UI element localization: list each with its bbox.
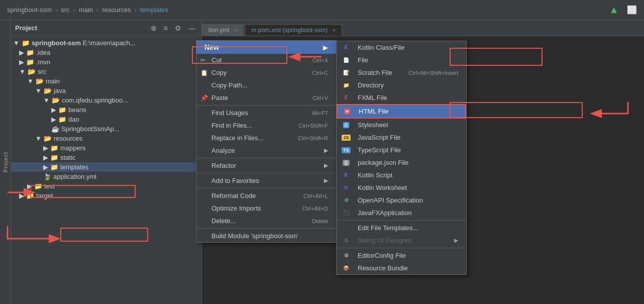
tree-appyml[interactable]: 🍃 application.yml	[11, 172, 201, 181]
submenu-resource[interactable]: 📦 Resource Bundle	[337, 262, 466, 274]
resources-chevron: ▼	[35, 135, 42, 142]
submenu-css-label: Stylesheet	[358, 121, 388, 129]
submenu-edit-templates[interactable]: Edit File Templates...	[337, 222, 466, 234]
scratch-shortcut: Ctrl+Alt+Shift+Insert	[408, 70, 458, 76]
root-folder-icon: 📁	[22, 39, 30, 47]
tab-appyml-close[interactable]: ×	[234, 27, 237, 33]
yml-icon: 🍃	[43, 173, 51, 180]
tree-java[interactable]: ▼ 📂 java	[11, 86, 201, 95]
tree-root[interactable]: ▼ 📁 springboot-ssm E:\maven\apach...	[11, 38, 201, 48]
breadcrumb-resources: resources	[102, 6, 131, 14]
mappers-label: mappers	[60, 144, 86, 152]
submenu-directory-label: Directory	[358, 81, 384, 89]
submenu-fxml[interactable]: F FXML File	[337, 91, 466, 104]
tree-static[interactable]: ▶ 📁 static	[11, 153, 201, 162]
java-folder-icon: 📂	[44, 87, 52, 94]
submenu-kotlin-class[interactable]: K Kotlin Class/File	[337, 41, 466, 54]
submenu-ts[interactable]: TS TypeScript File	[337, 144, 466, 156]
swing-shortcut: ▶	[454, 237, 458, 244]
minus-icon[interactable]: —	[186, 23, 197, 33]
menu-item-find-files[interactable]: Find in Files... Ctrl+Shift+F	[196, 119, 336, 132]
submenu-json[interactable]: {} package.json File	[337, 156, 466, 169]
find-usages-shortcut: Alt+F7	[312, 110, 328, 116]
submenu-javafx-label: JavaFXApplication	[358, 209, 412, 217]
kotlin-class-icon: K	[342, 44, 351, 51]
tree-idea[interactable]: ▶ 📁 .idea	[11, 48, 201, 57]
templates-folder-icon: 📁	[50, 163, 58, 171]
submenu-kotlin-worksheet[interactable]: K Kotlin Worksheet	[337, 181, 466, 194]
find-files-label: Find in Files...	[211, 122, 252, 129]
cut-label: Cut	[211, 56, 222, 64]
tree-mappers[interactable]: ▶ 📁 mappers	[11, 143, 201, 153]
tab-pom-close[interactable]: ×	[333, 27, 336, 33]
fxml-icon: F	[342, 94, 351, 102]
side-panel: Project	[0, 20, 11, 304]
menu-item-favorites[interactable]: Add to Favorites ▶	[196, 174, 336, 187]
sep2	[196, 158, 336, 158]
paste-icon: 📌	[200, 94, 208, 102]
copy-shortcut: Ctrl+C	[312, 70, 328, 76]
submenu-sep2	[337, 248, 466, 248]
tab-appyml[interactable]: tion.yml ×	[202, 24, 244, 36]
edit-templates-icon	[342, 225, 351, 232]
optimize-shortcut: Ctrl+Alt+O	[302, 206, 328, 212]
menu-item-refactor[interactable]: Refactor ▶	[196, 159, 336, 172]
find-files-shortcut: Ctrl+Shift+F	[298, 123, 328, 129]
optimize-label: Optimize Imports	[211, 205, 261, 212]
html-icon: H	[343, 108, 352, 115]
tab-appyml-label: tion.yml	[208, 27, 229, 34]
tab-pom[interactable]: m pom.xml (springboot-ssm) ×	[245, 24, 342, 36]
tree-main[interactable]: ▼ 📂 main	[11, 76, 201, 86]
dao-folder-icon: 📁	[58, 116, 66, 123]
tree-package[interactable]: ▼ 📂 com.qfedu.springboo...	[11, 95, 201, 105]
submenu-openapi[interactable]: ⚙ OpenAPI Specification	[337, 194, 466, 207]
arrow-resources	[5, 185, 40, 201]
scope-icon[interactable]: ⊕	[149, 23, 159, 33]
mappers-chevron: ▶	[43, 144, 48, 152]
tree-mvn[interactable]: ▶ 📁 .mvn	[11, 57, 201, 67]
submenu-html-label: HTML File	[359, 108, 388, 115]
menu-item-optimize[interactable]: Optimize Imports Ctrl+Alt+O	[196, 202, 336, 215]
menu-item-find-usages[interactable]: Find Usages Alt+F7	[196, 107, 336, 119]
settings-icon[interactable]: ⚙	[173, 23, 183, 33]
menu-item-copy[interactable]: 📋 Copy Ctrl+C	[196, 66, 336, 79]
submenu-javafx[interactable]: ⬛ JavaFXApplication	[337, 207, 466, 219]
kotlin-script-icon: K	[342, 172, 351, 179]
menu-item-reformat[interactable]: Reformat Code Ctrl+Alt+L	[196, 189, 336, 202]
navigate-icon[interactable]: ▲	[609, 4, 619, 16]
submenu-scratch[interactable]: 📝 Scratch File Ctrl+Alt+Shift+Insert	[337, 66, 466, 79]
submenu-js[interactable]: JS JavaScript File	[337, 131, 466, 144]
sep5	[196, 228, 336, 229]
tree-springapp[interactable]: ☕ SpringbootSsmAp...	[11, 124, 201, 134]
arrow-new	[284, 49, 324, 66]
templates-label: templates	[60, 163, 88, 171]
submenu-directory[interactable]: 📁 Directory	[337, 79, 466, 91]
submenu-file[interactable]: 📄 File	[337, 54, 466, 66]
tree-beans[interactable]: ▶ 📁 beans	[11, 105, 201, 115]
menu-item-delete[interactable]: Delete... Delete	[196, 215, 336, 227]
menu-item-build[interactable]: Build Module 'springboot-ssm'	[196, 230, 336, 242]
tree-src[interactable]: ▼ 📂 src	[11, 67, 201, 76]
tree-dao[interactable]: ▶ 📁 dao	[11, 115, 201, 124]
menu-item-replace-files[interactable]: Replace in Files... Ctrl+Shift+R	[196, 132, 336, 144]
submenu-fxml-label: FXML File	[358, 94, 387, 102]
tree-templates[interactable]: ▶ 📁 templates	[11, 162, 201, 172]
restore-icon[interactable]: ⬜	[627, 5, 637, 15]
submenu-kotlin-script[interactable]: K Kotlin Script	[337, 169, 466, 181]
mappers-folder-icon: 📁	[50, 144, 58, 152]
refactor-label: Refactor	[211, 162, 236, 169]
pkg-folder-icon: 📂	[52, 96, 60, 104]
replace-files-shortcut: Ctrl+Shift+R	[298, 135, 328, 141]
submenu-css[interactable]: C Stylesheet	[337, 119, 466, 131]
tree-resources[interactable]: ▼ 📂 resources	[11, 134, 201, 143]
directory-icon: 📁	[342, 82, 351, 89]
submenu-html[interactable]: H HTML File	[337, 104, 466, 119]
collapse-icon[interactable]: ≡	[162, 23, 170, 33]
menu-item-analyze[interactable]: Analyze ▶	[196, 144, 336, 157]
title-bar: springboot-ssm › src › main › resources …	[0, 0, 644, 20]
project-title: Project	[15, 24, 37, 32]
menu-item-paste[interactable]: 📌 Paste Ctrl+V	[196, 91, 336, 104]
submenu-editorconfig[interactable]: ⚙ EditorConfig File	[337, 249, 466, 262]
reformat-label: Reformat Code	[211, 192, 256, 199]
menu-item-copy-path[interactable]: Copy Path...	[196, 79, 336, 91]
